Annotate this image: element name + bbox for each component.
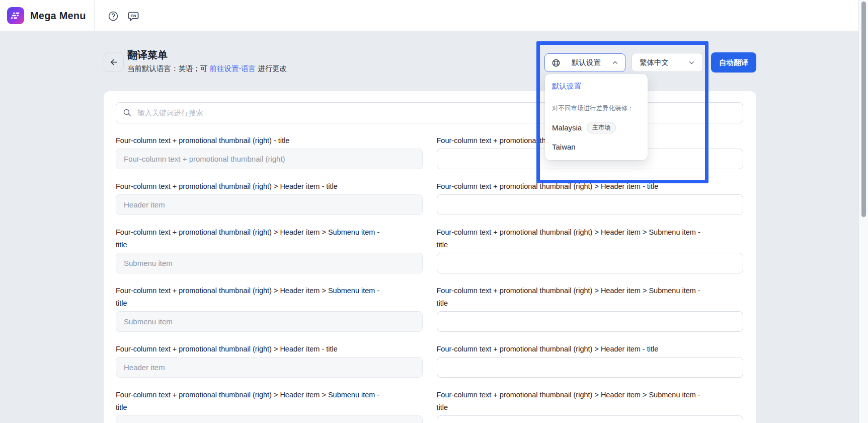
- field-row-source: Four-column text + promotional thumbnail…: [116, 285, 423, 332]
- search-input[interactable]: [116, 102, 743, 123]
- field-label: Four-column text + promotional thumbnail…: [116, 226, 423, 251]
- source-text-field[interactable]: [116, 415, 423, 423]
- globe-icon: [551, 58, 561, 67]
- translation-input-field[interactable]: [437, 357, 744, 378]
- back-button[interactable]: [104, 52, 124, 72]
- field-row-source: Four-column text + promotional thumbnail…: [116, 180, 423, 215]
- field-row-source: Four-column text + promotional thumbnail…: [116, 134, 423, 169]
- auto-translate-button[interactable]: 自动翻译: [711, 52, 756, 73]
- field-label: Four-column text + promotional thumbnail…: [437, 180, 744, 193]
- chevron-up-icon: [612, 59, 618, 66]
- target-language-selector[interactable]: 繁体中文: [632, 53, 703, 72]
- market-name: Taiwan: [552, 143, 576, 151]
- field-row-source: Four-column text + promotional thumbnail…: [116, 389, 423, 423]
- main-market-badge: 主市场: [587, 122, 616, 133]
- field-row-target: Four-column text + promotional thumbnail…: [437, 285, 744, 332]
- dropdown-option-default[interactable]: 默认设置: [552, 82, 641, 91]
- field-row-source: Four-column text + promotional thumbnail…: [116, 343, 423, 378]
- search-box: [116, 102, 743, 123]
- dropdown-option-malaysia[interactable]: Malaysia 主市场: [552, 122, 641, 133]
- source-text-field[interactable]: [116, 194, 423, 215]
- market-selector[interactable]: 默认设置: [544, 53, 625, 72]
- scrollbar-thumb[interactable]: [861, 2, 866, 217]
- field-label: Four-column text + promotional thumbnail…: [116, 134, 423, 147]
- dropdown-divider: [552, 98, 641, 98]
- translation-card: Four-column text + promotional thumbnail…: [104, 91, 756, 423]
- target-language-value: 繁体中文: [640, 58, 688, 67]
- arrow-left-icon: [109, 57, 119, 67]
- svg-text:EN: EN: [130, 14, 136, 18]
- field-label: Four-column text + promotional thumbnail…: [116, 343, 423, 356]
- translation-input-field[interactable]: [437, 415, 744, 423]
- search-icon: [123, 108, 131, 117]
- page-subtitle: 当前默认语言：英语；可 前往设置-语言 进行更改: [127, 64, 287, 74]
- field-label: Four-column text + promotional thumbnail…: [437, 285, 744, 310]
- field-label: Four-column text + promotional thumbnail…: [437, 226, 744, 251]
- chevron-down-icon: [688, 59, 695, 66]
- header-divider: [94, 0, 95, 31]
- subtitle-text: 当前默认语言：英语；可: [127, 64, 210, 73]
- settings-language-link[interactable]: 前往设置-语言: [210, 64, 256, 73]
- source-text-field[interactable]: [116, 311, 423, 332]
- translation-input-field[interactable]: [437, 311, 744, 332]
- field-row-target: Four-column text + promotional thumbnail…: [437, 343, 744, 378]
- field-row-target: Four-column text + promotional thumbnail…: [437, 389, 744, 423]
- source-text-field[interactable]: [116, 253, 423, 273]
- dropdown-hint: 对不同市场进行差异化装修：: [552, 104, 641, 113]
- field-label: Four-column text + promotional thumbnail…: [437, 389, 744, 414]
- source-text-field[interactable]: [116, 149, 423, 169]
- field-row-source: Four-column text + promotional thumbnail…: [116, 226, 423, 273]
- page-title: 翻译菜单: [127, 48, 168, 62]
- app-title: Mega Menu: [30, 0, 86, 31]
- market-selector-value: 默认设置: [565, 58, 607, 67]
- translation-fields-grid: Four-column text + promotional thumbnail…: [116, 134, 743, 423]
- translation-input-field[interactable]: [437, 253, 744, 273]
- translation-input-field[interactable]: [437, 194, 744, 215]
- dropdown-option-taiwan[interactable]: Taiwan: [552, 143, 641, 151]
- mega-menu-logo-icon: [7, 7, 24, 24]
- source-text-field[interactable]: [116, 357, 423, 378]
- field-row-target: Four-column text + promotional thumbnail…: [437, 180, 744, 215]
- market-dropdown-panel: 默认设置 对不同市场进行差异化装修： Malaysia 主市场 Taiwan: [545, 74, 648, 160]
- help-icon[interactable]: [107, 10, 119, 22]
- app-window: Mega Menu EN 翻译菜单 当前默认语言：英语；可 前往设置-语言 进行…: [0, 0, 868, 423]
- market-name: Malaysia: [552, 123, 582, 132]
- field-label: Four-column text + promotional thumbnail…: [116, 285, 423, 310]
- subtitle-text: 进行更改: [256, 64, 287, 73]
- app-header: Mega Menu EN: [0, 0, 868, 31]
- field-row-target: Four-column text + promotional thumbnail…: [437, 226, 744, 273]
- field-label: Four-column text + promotional thumbnail…: [116, 389, 423, 414]
- language-bubble-icon[interactable]: EN: [127, 10, 139, 22]
- scrollbar-track[interactable]: [858, 0, 868, 423]
- field-label: Four-column text + promotional thumbnail…: [437, 343, 744, 356]
- field-label: Four-column text + promotional thumbnail…: [116, 180, 423, 193]
